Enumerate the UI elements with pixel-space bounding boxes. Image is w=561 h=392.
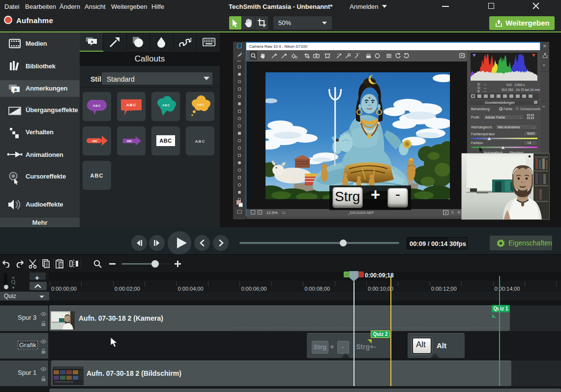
svg-text:a: a bbox=[91, 39, 93, 44]
svg-text:ABC: ABC bbox=[197, 103, 205, 106]
svg-text:ABC: ABC bbox=[126, 103, 136, 107]
svg-text:ABC: ABC bbox=[195, 139, 205, 144]
svg-text:ABC: ABC bbox=[127, 140, 132, 143]
svg-text:ABC: ABC bbox=[162, 104, 170, 107]
svg-text:ABC: ABC bbox=[93, 104, 101, 107]
svg-text:ABC: ABC bbox=[92, 140, 98, 143]
svg-text:ABC: ABC bbox=[90, 173, 104, 179]
svg-text:ABC: ABC bbox=[159, 138, 172, 144]
